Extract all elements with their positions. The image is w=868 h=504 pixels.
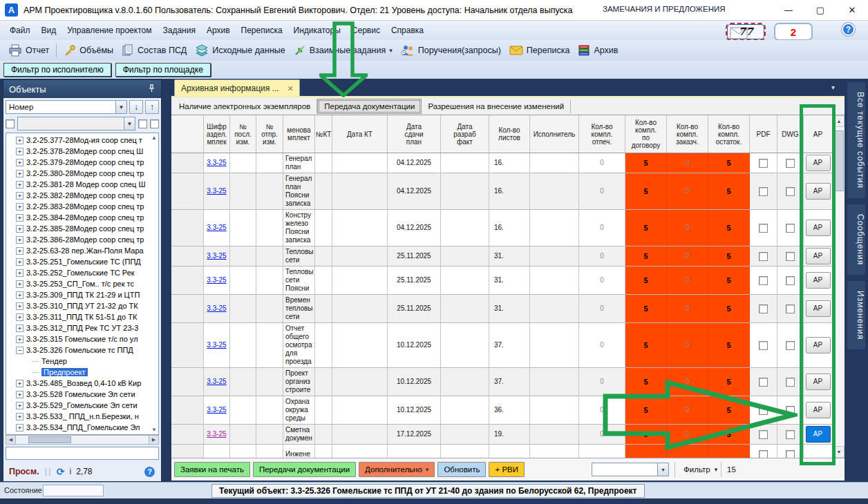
dwg-checkbox[interactable] bbox=[786, 406, 795, 415]
footer-action-button[interactable]: Дополнительно ▾ bbox=[359, 462, 435, 477]
tree-item[interactable]: + 3.2-25.385-28Модер соор спец тр bbox=[6, 223, 158, 234]
combobox-dropdown-icon[interactable]: ▼ bbox=[115, 101, 126, 113]
subtab-electronic-copies[interactable]: Наличие электронных экземпляров bbox=[173, 99, 317, 113]
help-icon[interactable]: ? bbox=[144, 466, 155, 478]
pdf-checkbox[interactable] bbox=[759, 187, 768, 196]
sort-descending-button[interactable]: ↓ bbox=[129, 100, 143, 114]
tree-expander-icon[interactable]: + bbox=[16, 225, 23, 233]
dwg-checkbox[interactable] bbox=[786, 341, 795, 350]
tree-item-label[interactable]: 3.3-25.315 Гомельские т/с по ул bbox=[26, 335, 138, 343]
tree-item-label[interactable]: 3.2-25.381-28 Модер соор спец Ш bbox=[26, 180, 145, 188]
pdf-checkbox[interactable] bbox=[759, 224, 768, 233]
psd-button[interactable]: Состав ПСД bbox=[117, 44, 191, 57]
tree-expander-icon[interactable]: + bbox=[16, 247, 23, 255]
ar-button[interactable]: АР bbox=[806, 155, 831, 171]
filter-checkbox-3[interactable] bbox=[150, 119, 159, 128]
menu-item[interactable]: Переписка bbox=[236, 26, 288, 35]
tree-expander-icon[interactable]: + bbox=[16, 214, 23, 222]
ar-button[interactable]: АР bbox=[806, 337, 831, 353]
remarks-envelope-badge[interactable]: 77 bbox=[726, 23, 766, 41]
tree-scroll-down-icon[interactable]: ▼ bbox=[151, 427, 157, 433]
tree-item[interactable]: + 3.2-25.380-28Модер соор спец тр bbox=[6, 168, 158, 179]
tree-expander-icon[interactable]: + bbox=[16, 336, 23, 343]
tree-expander-icon[interactable]: + bbox=[16, 170, 23, 177]
tree-item-label[interactable]: 3.3-25.310_ППД УТ 21-32 до ТК bbox=[26, 302, 138, 310]
sort-ascending-button[interactable]: ↑ bbox=[145, 100, 159, 114]
tab-archive-info[interactable]: Архивная информация ... ✕ bbox=[174, 79, 300, 96]
column-header-code[interactable]: Шифр аздел. мплек bbox=[204, 115, 230, 153]
dwg-checkbox[interactable] bbox=[786, 450, 795, 458]
combobox-dropdown-icon[interactable]: ▾ bbox=[657, 463, 668, 476]
column-header-pdf[interactable]: PDF bbox=[750, 115, 777, 153]
objects-search-input[interactable] bbox=[6, 447, 159, 460]
menu-item[interactable]: Управление проектом bbox=[62, 26, 157, 35]
tree-item-label[interactable]: 3.3-25.485_Возвед 0,4-10 кВ Кир bbox=[26, 379, 141, 387]
pdf-checkbox[interactable] bbox=[759, 252, 768, 261]
pdf-checkbox[interactable] bbox=[759, 341, 768, 350]
tree-item[interactable]: + 3.3-25.252_Гомельские ТС Рек bbox=[6, 267, 158, 278]
column-header-izm2[interactable]: № отпр. изм. bbox=[256, 115, 283, 153]
tree-item-label[interactable]: 3.3-25.528 Гомельские Эл сети bbox=[26, 390, 135, 398]
menu-item[interactable]: Файл bbox=[4, 26, 36, 35]
close-icon[interactable]: ✕ bbox=[287, 84, 294, 93]
dwg-checkbox[interactable] bbox=[786, 252, 795, 261]
refresh-icon[interactable]: ⟳ bbox=[57, 466, 65, 477]
tree-expander-icon[interactable]: + bbox=[16, 181, 23, 188]
tree-item-label[interactable]: 3.2-25.383-28Модер соор спец тр bbox=[26, 202, 144, 211]
tree-expander-icon[interactable]: + bbox=[16, 391, 23, 398]
tree-item-label[interactable]: Предпроект bbox=[41, 368, 88, 376]
tree-item[interactable]: + 3.3-25.311_ППД ТК 51-51 до ТК bbox=[6, 311, 158, 322]
tree-item-label[interactable]: 3.3-25.529_Гомельские Эл сети bbox=[26, 401, 138, 409]
tree-expander-icon[interactable]: + bbox=[16, 269, 23, 277]
tree-item-label[interactable]: 3.3-25.251_Гомельские ТС (ППД bbox=[26, 258, 141, 266]
tree-item[interactable]: Предпроект bbox=[6, 367, 158, 378]
ar-button[interactable]: АР bbox=[806, 402, 831, 418]
tree-item-label[interactable]: 3.3-25.252_Гомельские ТС Рек bbox=[26, 269, 135, 277]
ar-button[interactable]: АР bbox=[806, 426, 831, 443]
column-header-sheets[interactable]: Кол-во листов bbox=[489, 115, 530, 153]
menu-item[interactable]: Вид bbox=[36, 26, 62, 35]
tree-item-label[interactable]: 3.2-25.378-28Модер соор спец Ш bbox=[26, 147, 143, 155]
ar-button[interactable]: АР bbox=[806, 183, 831, 200]
menu-item[interactable]: Сервис bbox=[346, 26, 386, 35]
document-code-link[interactable]: 3.3-25 bbox=[207, 378, 226, 386]
pdf-checkbox[interactable] bbox=[759, 276, 768, 285]
scroll-right-icon[interactable]: ▶ bbox=[149, 436, 158, 444]
subtab-change-permissions[interactable]: Разрешения на внесение изменений bbox=[422, 99, 571, 113]
dwg-checkbox[interactable] bbox=[786, 224, 795, 233]
tree-item-label[interactable]: Тендер bbox=[41, 357, 67, 365]
filter-by-executor-button[interactable]: Фильтр по исполнителю bbox=[3, 63, 111, 77]
tree-expander-icon[interactable]: + bbox=[16, 313, 23, 321]
tree-item-label[interactable]: 3.2-25.386-28Модер соор спец тр bbox=[26, 235, 144, 244]
sort-combobox[interactable]: Номер ▼ bbox=[6, 100, 127, 114]
subtab-document-transfer[interactable]: Передача документации bbox=[317, 99, 422, 114]
column-header-executor[interactable]: Исполнитель bbox=[530, 115, 579, 153]
dwg-checkbox[interactable] bbox=[786, 378, 795, 387]
menu-item[interactable]: Архив bbox=[201, 26, 236, 35]
tree-expander-icon[interactable]: + bbox=[16, 380, 23, 387]
footer-action-button[interactable]: Передачи документации bbox=[253, 462, 356, 477]
tree-item-label[interactable]: 3.2-25.380-28Модер соор спец тр bbox=[26, 169, 144, 177]
column-header-printed[interactable]: Кол-во компл. отпеч. bbox=[579, 115, 625, 153]
document-code-link[interactable]: 3.3-25 bbox=[207, 341, 226, 349]
tree-item-label[interactable]: 3.2-25.379-28Модер соор спец тр bbox=[26, 158, 144, 166]
tree-horizontal-scrollbar[interactable]: ◀ ▶ bbox=[6, 435, 159, 445]
footer-combobox[interactable]: ▾ bbox=[592, 463, 669, 476]
combobox-dropdown-icon[interactable]: ▼ bbox=[124, 117, 135, 130]
source-data-button[interactable]: Исходные данные bbox=[191, 44, 290, 57]
filter-combobox[interactable]: ▼ bbox=[17, 117, 135, 130]
column-header-rest[interactable]: Кол-во компл. остаток. bbox=[708, 115, 750, 153]
pdf-checkbox[interactable] bbox=[759, 304, 768, 313]
tree-item[interactable]: + 3.3-25.253_СП_Гом.. т/с рек тс bbox=[6, 278, 158, 289]
column-header-date_kt[interactable]: Дата КТ bbox=[332, 115, 388, 153]
footer-action-button[interactable]: Заявки на печать bbox=[174, 462, 250, 477]
maximize-button[interactable]: ▢ bbox=[804, 0, 836, 20]
tree-item-label[interactable]: 3.2-25.377-28Мод-ия соор спец т bbox=[26, 136, 142, 144]
minimize-button[interactable]: — bbox=[773, 0, 804, 20]
tree-item[interactable]: + 3.3-25.485_Возвед 0,4-10 кВ Кир bbox=[6, 378, 158, 389]
tree-item[interactable]: + 3.3-25.312_ППД Рек ТС УТ 23-3 bbox=[6, 322, 158, 333]
filter-checkbox-2[interactable] bbox=[138, 119, 147, 128]
view-button[interactable]: Просм. bbox=[9, 467, 39, 476]
tree-item-label[interactable]: 3.3-25.326 Гомельские тс ППД bbox=[26, 346, 133, 354]
scroll-up-icon[interactable]: ▲ bbox=[833, 115, 845, 127]
